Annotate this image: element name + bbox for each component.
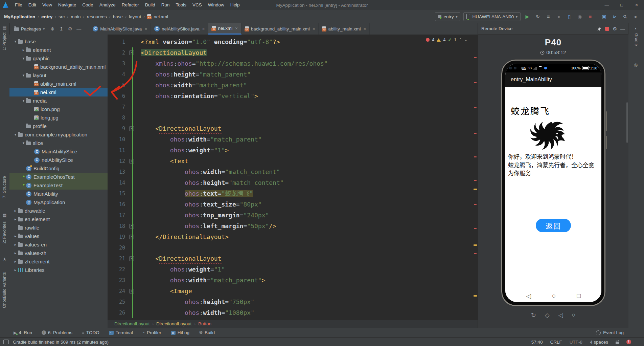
tree-collapsed-arrow[interactable]: ▸: [13, 242, 18, 247]
toolwindow-button-build[interactable]: ⚒Build: [199, 330, 215, 335]
tree-expanded-arrow[interactable]: ▾: [21, 99, 26, 103]
tree-collapsed-arrow[interactable]: ▸: [13, 259, 18, 264]
menu-run[interactable]: Run: [158, 0, 173, 10]
tree-item-base[interactable]: ▾base: [9, 37, 108, 46]
next-error-button[interactable]: ⌄: [464, 38, 467, 42]
debug-icon[interactable]: ●: [555, 14, 562, 19]
close-icon[interactable]: ×: [144, 26, 147, 31]
tag-icon[interactable]: ◇: [545, 311, 550, 319]
tree-collapsed-arrow[interactable]: ▸: [13, 209, 18, 213]
menu-edit[interactable]: Edit: [25, 0, 39, 10]
close-icon[interactable]: ×: [202, 26, 205, 31]
breadcrumb-item-resources[interactable]: resources: [87, 14, 107, 19]
fold-collapse-icon[interactable]: ˅: [129, 289, 134, 294]
collapse-all-button[interactable]: ↥: [57, 26, 66, 31]
app-back-button[interactable]: 返回: [536, 219, 571, 232]
tree-item-MainAbilitySlice[interactable]: MainAbilitySlice: [9, 147, 108, 156]
menu-refactor[interactable]: Refactor: [119, 0, 142, 10]
tree-item-drawable[interactable]: ▸drawable: [9, 207, 108, 215]
panel-settings-gear-icon[interactable]: ⚙: [613, 26, 617, 31]
close-icon[interactable]: ×: [363, 26, 366, 31]
fold-end-icon[interactable]: ˄: [129, 235, 134, 239]
toolwindow-anchor-icon[interactable]: [3, 340, 9, 344]
tree-collapsed-arrow[interactable]: ▸: [13, 234, 18, 238]
tree-item-media[interactable]: ▾media: [9, 96, 108, 105]
breadcrumb-item-base[interactable]: base: [113, 14, 123, 19]
home-icon[interactable]: ○: [572, 311, 575, 319]
prev-error-button[interactable]: ⌃: [459, 38, 462, 42]
menu-file[interactable]: File: [12, 0, 25, 10]
minimize-panel-button[interactable]: —: [620, 26, 625, 31]
tree-item-values-zh[interactable]: ▸values-zh: [9, 249, 108, 257]
tree-expanded-arrow[interactable]: ▾: [21, 141, 26, 145]
breadcrumb-item-layout[interactable]: layout: [129, 14, 141, 19]
tab-ability_main.xml[interactable]: ability_main.xml×: [319, 23, 370, 35]
toolwindow-button-hilog[interactable]: ▤HiLog: [171, 330, 189, 335]
tree-expanded-arrow[interactable]: ▾: [21, 73, 26, 78]
phone-screen[interactable]: HD 5G 100% 1:28 entry_MainAbility 蛟龙腾飞: [505, 64, 601, 302]
back-icon[interactable]: ◁: [558, 311, 563, 319]
menu-view[interactable]: View: [39, 0, 55, 10]
breadcrumb-item-main[interactable]: main: [71, 14, 80, 19]
tree-item-layout[interactable]: ▾layout: [9, 71, 108, 80]
tree-expanded-arrow[interactable]: ▾: [21, 56, 26, 61]
line-ending[interactable]: CRLF: [550, 340, 562, 345]
stop-device-button[interactable]: [605, 27, 609, 31]
toolwindow-tab-ohosbuild-variants[interactable]: OhosBuild Variants: [2, 272, 7, 308]
toolwindow-button-terminal[interactable]: >_Terminal: [109, 330, 133, 335]
caret-position[interactable]: 57:40: [531, 340, 543, 345]
device-file-browser-icon[interactable]: ▣: [600, 14, 608, 19]
tree-item-long.jpg[interactable]: long.jpg: [9, 113, 108, 122]
breadcrumb-item-nei.xml[interactable]: nei.xml: [154, 14, 168, 19]
fold-collapse-icon[interactable]: ˅: [129, 159, 134, 164]
fold-collapse-icon[interactable]: ˅: [129, 50, 134, 55]
tree-item-rawfile[interactable]: rawfile: [9, 223, 108, 232]
project-view-mode-select[interactable]: Packages ▾: [9, 26, 48, 31]
device-debug-icon[interactable]: ▯: [566, 14, 573, 19]
tree-item-values[interactable]: ▸values: [9, 232, 108, 240]
coverage-icon[interactable]: ≡: [545, 14, 552, 19]
tree-expanded-arrow[interactable]: ▾: [13, 39, 18, 44]
lock-icon[interactable]: [616, 342, 619, 344]
tree-item-ExampleTest[interactable]: ExampleTest: [9, 181, 108, 190]
tree-collapsed-arrow[interactable]: ▸: [13, 217, 18, 221]
tree-item-nei.xml[interactable]: nei.xml: [9, 88, 108, 96]
toolwindow-button-profiler[interactable]: ◔Profiler: [142, 330, 161, 335]
tree-collapsed-arrow[interactable]: ▸: [13, 251, 18, 255]
menu-build[interactable]: Build: [142, 0, 158, 10]
toolwindow-button-problems[interactable]: !6: Problems: [42, 330, 72, 335]
tree-collapsed-arrow[interactable]: ▸: [13, 268, 18, 272]
breadcrumb-item-MyApplication[interactable]: MyApplication: [4, 14, 35, 19]
tree-item-background_ability_main.xml[interactable]: background_ability_main.xml: [9, 63, 108, 71]
toolwindow-button-run[interactable]: ▶4: Run: [14, 330, 32, 335]
toolwindow-tab-favorites[interactable]: 2: Favorites: [2, 221, 7, 243]
tree-item-graphic[interactable]: ▾graphic: [9, 54, 108, 63]
previewer-icon[interactable]: ⊳: [611, 14, 618, 19]
tree-item-com.example.myapplication[interactable]: ▾com.example.myapplication: [9, 130, 108, 139]
phone-home-icon[interactable]: ○: [552, 292, 556, 300]
tree-expanded-arrow[interactable]: ▾: [13, 132, 18, 137]
stop-icon[interactable]: ■: [586, 14, 594, 19]
device-select[interactable]: HUAWEI ANA-AN00 ▾: [463, 12, 521, 21]
tree-item-ability_main.xml[interactable]: ability_main.xml: [9, 80, 108, 88]
xml-crumb-DirectionalLayout[interactable]: DirectionalLayout: [156, 321, 191, 326]
indent-setting[interactable]: 4 spaces: [590, 340, 608, 345]
code-editor[interactable]: 1<?xml version="1.0" encoding="utf-8"?>2…: [108, 35, 478, 320]
remote-device-tab-icon[interactable]: ◎: [633, 62, 638, 67]
rotate-icon[interactable]: ↻: [531, 311, 536, 319]
maximize-button[interactable]: □: [614, 0, 629, 10]
tree-item-element[interactable]: ▸element: [9, 46, 108, 54]
hide-panel-button[interactable]: —: [74, 26, 83, 31]
run-icon[interactable]: ▶: [524, 14, 531, 19]
tree-item-neiAbilitySlice[interactable]: neiAbilitySlice: [9, 156, 108, 164]
inspections-widget[interactable]: 4 4 ✓1 ⌃ ⌄: [426, 37, 467, 42]
settings-gear-icon[interactable]: ⚙: [66, 26, 74, 31]
toolwindow-tab-gradle[interactable]: Gradle: [634, 33, 639, 46]
minimize-button[interactable]: —: [599, 0, 614, 10]
close-icon[interactable]: ×: [235, 26, 238, 31]
breadcrumb[interactable]: MyApplication›entry›src›main›resources›b…: [4, 14, 168, 19]
toolwindow-tab-structure[interactable]: 7: Structure: [2, 176, 7, 198]
project-toolwindow-icon[interactable]: ▤: [2, 25, 7, 30]
tab-nei.xml[interactable]: nei.xml×: [208, 23, 241, 35]
tree-item-zh.element[interactable]: ▸zh.element: [9, 257, 108, 266]
